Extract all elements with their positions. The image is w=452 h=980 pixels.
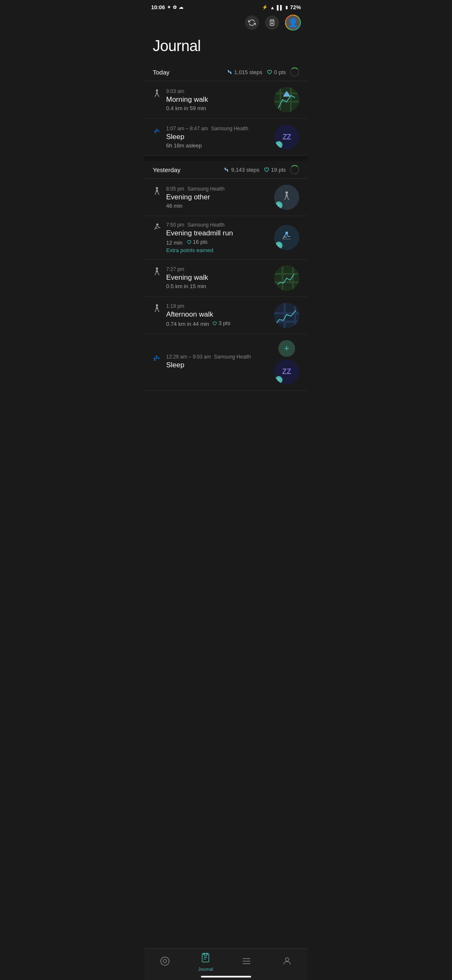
activity-left: 7:50 pm Samsung Health Evening treadmill… — [153, 222, 274, 253]
afternoon-walk-time: 1:19 pm — [166, 303, 274, 309]
morning-walk-thumb — [274, 87, 299, 112]
sleep-yesterday-info: 12:29 am – 9:03 am Samsung Health Sleep — [166, 354, 274, 371]
walk-icon — [153, 89, 162, 101]
sleep-today-name: Sleep — [166, 133, 274, 141]
watch-button[interactable] — [265, 15, 279, 30]
walk-thumb: ↑ — [274, 185, 299, 210]
map-thumb — [274, 87, 299, 112]
yesterday-steps-value: 9,143 steps — [231, 167, 259, 173]
today-stats: 1,015 steps 0 pts — [226, 67, 299, 77]
content-area: Today 1,015 steps 0 pts — [144, 63, 308, 433]
activity-left: 💤 12:29 am – 9:03 am Samsung Health Slee… — [153, 354, 274, 371]
svg-point-26 — [285, 232, 288, 234]
activity-evening-other[interactable]: 8:05 pm Samsung Health Evening other 46 … — [144, 179, 308, 216]
sleep-thumb: ZZ ↑ — [274, 124, 299, 150]
treadmill-badge: ↑ — [275, 242, 282, 249]
today-steps-value: 1,015 steps — [234, 69, 262, 75]
morning-walk-time: 9:03 am — [166, 88, 274, 94]
activity-sleep-today[interactable]: 💤 1:07 am – 8:47 am Samsung Health Sleep… — [144, 119, 308, 156]
activity-left: 7:27 pm Evening walk 0.5 km in 15 min — [153, 266, 274, 289]
evening-other-thumb: ↑ — [274, 185, 299, 210]
user-avatar[interactable]: 👤 — [285, 15, 301, 31]
evening-walk-thumb — [274, 266, 299, 291]
afternoon-walk-name: Afternoon walk — [166, 310, 274, 319]
yesterday-pts-value: 19 pts — [271, 167, 286, 173]
evening-walk-detail: 0.5 km in 15 min — [166, 283, 274, 289]
sleep-yesterday-thumb: ZZ ↑ — [274, 359, 299, 384]
status-right: ⚡ ▲ ▌▌ ▮ 72% — [262, 4, 301, 10]
yesterday-section-header: Yesterday 9,143 steps 19 pts — [144, 161, 308, 179]
treadmill-icon — [153, 223, 162, 234]
svg-rect-27 — [282, 239, 291, 240]
sleep-icon: 💤 — [153, 126, 162, 137]
sleep-today-info: 1:07 am – 8:47 am Samsung Health Sleep 6… — [166, 126, 274, 149]
bluetooth-icon: ⚡ — [262, 5, 268, 10]
sleep-today-detail: 6h 18m asleep — [166, 142, 274, 149]
top-actions: 👤 — [144, 13, 308, 34]
svg-point-18 — [285, 191, 288, 194]
signal-icon: ▌▌ — [277, 5, 283, 10]
afternoon-walk-detail: 0.74 km in 44 min 3 pts — [166, 320, 274, 327]
svg-point-11 — [156, 187, 158, 189]
svg-line-14 — [157, 189, 158, 192]
today-steps: 1,015 steps — [226, 69, 262, 75]
evening-other-name: Evening other — [166, 193, 274, 201]
evening-walk-name: Evening walk — [166, 273, 274, 282]
svg-text:💤: 💤 — [154, 128, 160, 134]
yesterday-ring — [290, 165, 299, 174]
map-thumb-3 — [274, 303, 299, 328]
activity-left: 8:05 pm Samsung Health Evening other 46 … — [153, 186, 274, 209]
evening-walk-info: 7:27 pm Evening walk 0.5 km in 15 min — [166, 266, 274, 289]
sleep-yesterday-time: 12:29 am – 9:03 am Samsung Health — [166, 354, 274, 360]
today-section-header: Today 1,015 steps 0 pts — [144, 63, 308, 81]
grid-icon: ✦ — [167, 5, 171, 10]
add-fab-button[interactable]: + — [278, 340, 295, 357]
svg-rect-4 — [274, 87, 299, 112]
sleep-thumb-2: ZZ ↑ — [274, 359, 299, 384]
battery-pct: 72% — [290, 4, 301, 10]
morning-walk-detail: 0.4 km in 59 min — [166, 105, 274, 111]
activity-left: 9:03 am Morning walk 0.4 km in 59 min — [153, 88, 274, 111]
evening-other-time: 8:05 pm Samsung Health — [166, 186, 274, 192]
activity-treadmill[interactable]: 7:50 pm Samsung Health Evening treadmill… — [144, 216, 308, 260]
yesterday-pts: 19 pts — [264, 167, 286, 173]
svg-point-24 — [157, 224, 159, 226]
treadmill-detail: 12 min 16 pts — [166, 239, 274, 246]
extra-pts-label: Extra points earned — [166, 247, 274, 253]
walk-badge: ↑ — [275, 201, 282, 209]
yesterday-stats: 9,143 steps 19 pts — [223, 165, 299, 174]
wifi-icon: ▲ — [270, 5, 275, 10]
svg-line-31 — [157, 269, 158, 273]
activity-morning-walk[interactable]: 9:03 am Morning walk 0.4 km in 59 min — [144, 81, 308, 119]
evening-walk-icon — [153, 267, 162, 279]
sleep-badge: ↑ — [275, 141, 282, 149]
svg-line-43 — [158, 309, 159, 312]
sleep-badge-2: ↑ — [275, 376, 282, 384]
sleep-today-time: 1:07 am – 8:47 am Samsung Health — [166, 126, 274, 132]
treadmill-img: ↑ — [274, 225, 299, 250]
today-pts-value: 0 pts — [274, 69, 286, 75]
morning-walk-name: Morning walk — [166, 95, 274, 104]
afternoon-walk-icon — [153, 304, 162, 315]
cloud-icon: ☁ — [179, 5, 183, 10]
svg-point-3 — [156, 89, 158, 91]
sync-button[interactable] — [245, 15, 259, 30]
heart-pts-icon-2 — [212, 321, 217, 326]
activity-evening-walk[interactable]: 7:27 pm Evening walk 0.5 km in 15 min — [144, 260, 308, 297]
svg-line-32 — [158, 273, 159, 275]
status-left: 10:06 ✦ ✿ ☁ — [151, 4, 183, 10]
activity-sleep-yesterday[interactable]: 💤 12:29 am – 9:03 am Samsung Health Slee… — [144, 334, 308, 391]
sleep-yesterday-name: Sleep — [166, 361, 274, 369]
svg-point-39 — [156, 304, 158, 307]
activity-left: 💤 1:07 am – 8:47 am Samsung Health Sleep… — [153, 126, 274, 149]
page-title: Journal — [144, 34, 308, 63]
yesterday-label: Yesterday — [153, 166, 180, 173]
walk-other-icon — [153, 187, 162, 198]
yesterday-activity-list: 8:05 pm Samsung Health Evening other 46 … — [144, 179, 308, 391]
status-bar: 10:06 ✦ ✿ ☁ ⚡ ▲ ▌▌ ▮ 72% — [144, 0, 308, 13]
svg-point-2 — [272, 23, 273, 24]
activity-afternoon-walk[interactable]: 1:19 pm Afternoon walk 0.74 km in 44 min… — [144, 297, 308, 334]
evening-walk-time: 7:27 pm — [166, 266, 274, 272]
heart-pts-icon — [187, 240, 192, 245]
steps-icon — [226, 70, 233, 75]
